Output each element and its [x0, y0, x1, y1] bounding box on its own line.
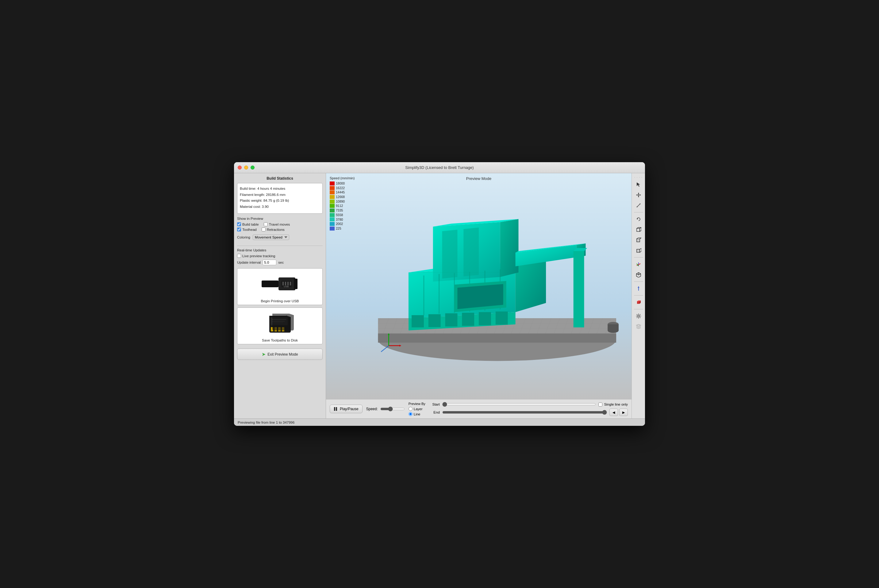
right-side: Preview Mode Speed (mm/min) 18000 16222	[326, 173, 645, 418]
next-button[interactable]: ▶	[619, 409, 628, 416]
minimize-button[interactable]	[244, 165, 248, 170]
retractions-checkbox-label[interactable]: Retractions	[261, 228, 285, 231]
svg-marker-78	[638, 286, 640, 288]
svg-rect-20	[378, 333, 616, 343]
play-pause-button[interactable]: Play/Pause	[330, 405, 362, 413]
single-line-checkbox[interactable]	[598, 402, 603, 406]
axes-button[interactable]	[634, 260, 643, 269]
legend-value-9: 2002	[336, 222, 343, 226]
travel-moves-checkbox-label[interactable]: Travel moves	[264, 222, 290, 226]
toolbar-dots: · · · ·	[634, 176, 642, 179]
update-interval-input[interactable]	[263, 260, 276, 265]
line-radio-text: Line	[414, 412, 421, 416]
line-radio[interactable]	[409, 412, 413, 416]
model-3d-svg	[347, 182, 622, 387]
iso-cube-button[interactable]	[634, 270, 643, 280]
legend-color-6	[330, 208, 335, 213]
rotate-tool-button[interactable]	[634, 214, 643, 224]
toolhead-checkbox[interactable]	[237, 228, 241, 231]
svg-marker-61	[638, 196, 639, 197]
cube-view-button[interactable]	[634, 225, 643, 234]
scale-tool-button[interactable]	[634, 201, 643, 210]
cube-top-button[interactable]	[634, 235, 643, 245]
coloring-row: Coloring Movement Speed	[237, 234, 323, 240]
retractions-label: Retractions	[267, 228, 285, 231]
end-slider[interactable]	[442, 410, 607, 415]
live-preview-label: Live preview tracking	[242, 254, 275, 258]
travel-moves-checkbox[interactable]	[264, 222, 268, 226]
build-table-label: Build table	[242, 223, 259, 226]
build-table-checkbox[interactable]	[237, 222, 241, 226]
svg-rect-34	[574, 251, 584, 327]
svg-marker-63	[640, 194, 641, 196]
single-line-label-row[interactable]: Single line only	[598, 402, 628, 406]
live-preview-checkbox[interactable]	[237, 254, 241, 258]
svg-rect-7	[290, 282, 291, 285]
layer-radio[interactable]	[409, 407, 413, 411]
legend-value-8: 3780	[336, 218, 343, 222]
travel-moves-label: Travel moves	[269, 223, 290, 226]
legend-value-3: 12668	[336, 195, 345, 199]
speed-row: Speed:	[366, 406, 405, 411]
end-slider-row: End ◀ ▶	[429, 409, 628, 416]
main-window: Simplify3D (Licensed to Brett Turnage) B…	[234, 162, 645, 426]
toolbar-sep-1	[634, 212, 643, 213]
speed-slider[interactable]	[380, 406, 405, 411]
legend-color-3	[330, 195, 335, 199]
start-slider[interactable]	[442, 402, 596, 407]
red-cube-button[interactable]	[634, 297, 643, 307]
svg-line-75	[636, 274, 639, 275]
live-preview-row: Live preview tracking	[237, 254, 323, 258]
cube-side-button[interactable]	[634, 246, 643, 255]
svg-rect-43	[428, 314, 441, 327]
build-table-checkbox-label[interactable]: Build table	[237, 222, 259, 226]
legend-color-5	[330, 204, 335, 208]
next-icon: ▶	[622, 411, 625, 414]
exit-preview-button[interactable]: ➤ Exit Preview Mode	[237, 349, 323, 360]
svg-marker-48	[442, 230, 458, 278]
save-toolpaths-card[interactable]: Save Toolpaths to Disk	[237, 308, 323, 344]
start-label: Start	[429, 402, 440, 406]
retractions-checkbox[interactable]	[261, 228, 266, 231]
layer-radio-label[interactable]: Layer	[409, 407, 425, 411]
prev-icon: ◀	[613, 411, 615, 414]
svg-rect-68	[637, 228, 640, 231]
move-tool-button[interactable]	[634, 190, 643, 200]
toolbar-sep-2	[634, 257, 643, 258]
play-pause-icon	[334, 407, 338, 411]
title-bar: Simplify3D (Licensed to Brett Turnage)	[234, 162, 645, 173]
coloring-select[interactable]: Movement Speed	[253, 234, 289, 240]
up-arrow-button[interactable]	[634, 284, 643, 293]
status-bar: Previewing file from line 1 to 347996	[234, 418, 645, 426]
update-interval-label: Update interval	[237, 261, 261, 264]
legend-color-2	[330, 190, 335, 194]
prev-button[interactable]: ◀	[609, 409, 618, 416]
filament-length-stat: Filament length: 28186.6 mm	[240, 192, 320, 198]
settings-toolbar-button[interactable]	[634, 311, 643, 321]
layers-toolbar-button[interactable]	[634, 322, 643, 332]
svg-rect-47	[496, 312, 508, 325]
line-radio-label[interactable]: Line	[409, 412, 425, 416]
svg-line-76	[639, 274, 641, 275]
begin-printing-card[interactable]: USB Begin Printing over USB	[237, 268, 323, 305]
update-interval-row: Update interval sec	[237, 260, 323, 265]
svg-point-23	[607, 328, 619, 333]
legend-color-0	[330, 182, 335, 186]
viewport[interactable]: Preview Mode Speed (mm/min) 18000 16222	[326, 173, 631, 399]
toolhead-checkbox-label[interactable]: Toolhead	[237, 228, 257, 231]
svg-text:USB: USB	[284, 285, 288, 288]
sdcard-image	[260, 310, 300, 337]
legend-value-7: 5558	[336, 213, 343, 218]
checkbox-row-1: Build table Travel moves	[237, 222, 323, 226]
prev-next-buttons: ◀ ▶	[609, 409, 628, 416]
sliders-section: Start Single line only End ◀	[429, 402, 628, 416]
svg-marker-62	[636, 194, 637, 196]
legend-color-1	[330, 186, 335, 190]
select-tool-button[interactable]	[634, 180, 643, 189]
play-pause-label: Play/Pause	[340, 407, 359, 411]
legend-color-8	[330, 218, 335, 221]
close-button[interactable]	[238, 165, 242, 170]
maximize-button[interactable]	[251, 165, 255, 170]
build-statistics-title: Build Statistics	[237, 176, 323, 181]
sdcard-icon	[261, 311, 298, 336]
